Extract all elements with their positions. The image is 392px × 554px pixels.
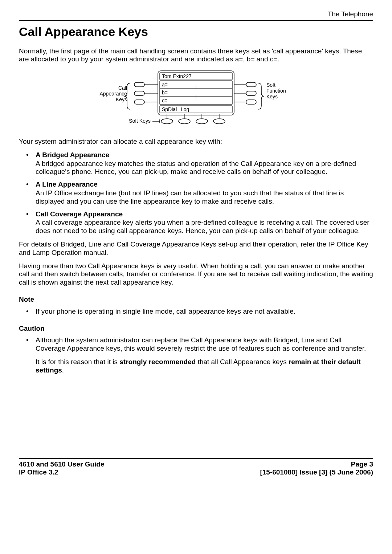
page-title: Call Appearance Keys	[19, 24, 373, 39]
caution-para1: Although the system administrator can re…	[36, 336, 366, 352]
note-text: If your phone is operating in single lin…	[36, 307, 295, 315]
note-list: If your phone is operating in single lin…	[19, 307, 373, 316]
call-appearance-key-icon	[134, 100, 158, 104]
left-label: Call	[118, 85, 127, 91]
footer-version: IP Office 3.2	[19, 468, 105, 477]
details-paragraph: For details of Bridged, Line and Call Co…	[19, 240, 373, 257]
call-appearance-key-icon	[134, 91, 158, 95]
list-item: If your phone is operating in single lin…	[19, 307, 373, 316]
item-desc: An IP Office exchange line (but not IP l…	[36, 189, 373, 206]
footer-issue: [15-601080] Issue [3] (5 June 2006)	[260, 468, 373, 477]
softkeys-label: Soft Keys	[129, 118, 151, 124]
intro-paragraph: Normally, the first page of the main cal…	[19, 47, 373, 64]
list-item: A Bridged Appearance A bridged appearanc…	[19, 151, 373, 176]
page-header: The Telephone	[19, 10, 373, 21]
list-item: A Line Appearance An IP Office exchange …	[19, 180, 373, 205]
note-heading: Note	[19, 296, 373, 304]
soft-key-icon	[179, 119, 190, 124]
list-item: Call Coverage Appearance A call coverage…	[19, 210, 373, 235]
svg-point-11	[213, 119, 225, 124]
right-label: Function	[266, 88, 286, 94]
soft-function-key-icon	[234, 82, 256, 87]
left-label: Appearance	[99, 91, 127, 97]
item-heading: A Bridged Appearance	[36, 151, 109, 159]
brace-icon	[258, 83, 264, 109]
soft-function-key-icon	[234, 100, 256, 104]
caution-list: Although the system administrator can re…	[19, 336, 373, 374]
row-c: c=	[162, 98, 167, 103]
svg-rect-19	[246, 82, 256, 87]
item-heading: A Line Appearance	[36, 180, 98, 188]
after-figure-paragraph: Your system administrator can allocate a…	[19, 138, 373, 146]
svg-rect-4	[134, 100, 144, 104]
screen-title: Tom Extn227	[162, 73, 192, 79]
appearance-list: A Bridged Appearance A bridged appearanc…	[19, 151, 373, 235]
tab-log: Log	[181, 106, 189, 112]
soft-key-icon	[161, 119, 173, 124]
row-b: b=	[162, 90, 168, 95]
right-label: Keys	[266, 94, 278, 99]
item-desc: A call coverage appearance key alerts yo…	[36, 219, 373, 235]
phone-diagram: Call Appearance Keys Tom Extn227 a= b= c…	[19, 69, 373, 132]
row-a: a=	[162, 82, 168, 87]
footer-page: Page 3	[260, 460, 373, 469]
soft-key-icon	[213, 119, 225, 124]
svg-point-8	[161, 119, 173, 124]
usefulness-paragraph: Having more than two Call Appearance key…	[19, 262, 373, 287]
left-label: Keys	[116, 97, 127, 102]
section-name: The Telephone	[328, 10, 373, 18]
caution-heading: Caution	[19, 325, 373, 333]
svg-rect-21	[246, 91, 256, 95]
svg-rect-0	[134, 82, 144, 87]
caution-para2: It is for this reason that it is strongl…	[36, 358, 360, 374]
tab-spdial: SpDial	[162, 106, 177, 112]
call-appearance-key-icon	[134, 82, 158, 87]
svg-rect-2	[134, 91, 144, 95]
soft-key-icon	[196, 119, 208, 124]
page-footer: 4610 and 5610 User Guide IP Office 3.2 P…	[19, 458, 373, 477]
svg-rect-23	[246, 100, 256, 104]
footer-product: 4610 and 5610 User Guide	[19, 460, 105, 469]
right-label: Soft	[266, 82, 275, 88]
item-heading: Call Coverage Appearance	[36, 210, 123, 218]
soft-function-key-icon	[234, 91, 256, 95]
list-item: Although the system administrator can re…	[19, 336, 373, 374]
svg-point-10	[196, 119, 208, 124]
svg-point-9	[179, 119, 190, 124]
item-desc: A bridged appearance key matches the sta…	[36, 160, 373, 176]
